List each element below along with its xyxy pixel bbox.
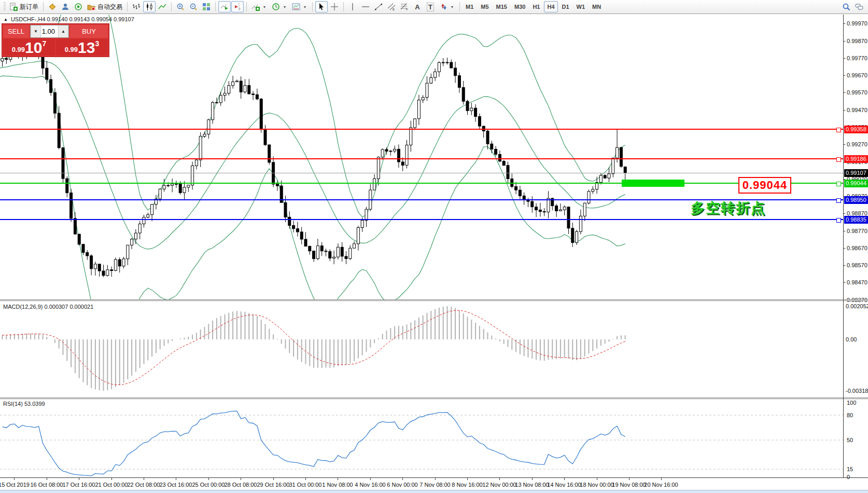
status-strip	[0, 490, 868, 493]
buy-price-prefix: 0.99	[65, 46, 78, 53]
separator	[171, 2, 172, 11]
profile-icon	[61, 3, 69, 11]
arrows-icon	[439, 3, 447, 11]
auto-trading-icon	[87, 3, 95, 11]
toolbar-grip	[4, 2, 6, 11]
accounts-button[interactable]	[59, 1, 72, 12]
separator	[343, 2, 344, 11]
time-axis-label: 4 Nov 16:00	[355, 482, 385, 488]
cursor-button[interactable]	[315, 1, 328, 12]
fibonacci-button[interactable]: F	[398, 1, 411, 12]
buy-price-big: 13	[78, 40, 95, 55]
auto-scroll-button[interactable]	[218, 1, 231, 12]
note-annotation-text[interactable]: 多空转折点	[691, 199, 766, 217]
volume-decrease-button[interactable]: ▼	[31, 25, 41, 37]
timeframe-h1-button[interactable]: H1	[529, 1, 543, 12]
horizontal-line-button[interactable]	[359, 1, 372, 12]
zoom-out-icon	[189, 3, 198, 11]
time-axis-label: 31 Oct 00:00	[289, 482, 322, 488]
signal-icon	[74, 3, 82, 11]
current-price-line	[0, 173, 843, 173]
line-end-handle	[836, 218, 841, 223]
timeframe-w1-button[interactable]: W1	[573, 1, 589, 12]
macd-scale-label: -0.003187	[846, 388, 868, 394]
collapse-panel-icon[interactable]: ▲	[4, 17, 8, 22]
crosshair-button[interactable]	[328, 1, 341, 12]
vertical-line-button[interactable]	[346, 1, 359, 12]
sell-price-prefix: 0.99	[12, 46, 25, 53]
horizontal-line-object[interactable]	[0, 219, 843, 220]
pane-divider[interactable]	[0, 299, 868, 301]
macd-pane-canvas[interactable]	[0, 301, 843, 399]
auto-scroll-icon	[220, 3, 229, 11]
volume-stepper: ▼ 1.00 ▲	[30, 25, 69, 38]
volume-increase-button[interactable]: ▲	[58, 25, 68, 37]
buy-button[interactable]: BUY	[70, 25, 108, 38]
timeframe-m15-button[interactable]: M15	[493, 1, 510, 12]
indicators-button[interactable]	[249, 1, 269, 12]
timeframe-m5-button[interactable]: M5	[478, 1, 492, 12]
zoom-out-button[interactable]	[187, 1, 200, 12]
line-end-handle	[836, 157, 841, 162]
signals-button[interactable]	[72, 1, 85, 12]
templates-button[interactable]	[290, 1, 310, 12]
support-zone-rect[interactable]	[622, 180, 684, 187]
search-button[interactable]	[840, 1, 852, 12]
horizontal-line-object[interactable]	[0, 129, 843, 130]
timeframe-d1-button[interactable]: D1	[559, 1, 572, 12]
sell-price[interactable]: 0.99 10 7	[3, 39, 55, 56]
buy-price[interactable]: 0.99 13 3	[56, 39, 108, 56]
arrows-button[interactable]	[437, 1, 457, 12]
horizontal-line-object[interactable]	[0, 158, 843, 159]
template-icon	[292, 3, 300, 11]
time-axis-label: 8 Nov 16:00	[452, 482, 482, 488]
timeframe-mn-button[interactable]: MN	[589, 1, 604, 12]
time-axis-label: 16 Oct 08:00	[31, 482, 63, 488]
price-axis-label: 0.99970	[847, 20, 867, 26]
buy-price-pip: 3	[95, 39, 99, 48]
horizontal-line-object[interactable]	[0, 183, 843, 184]
market-watch-button[interactable]	[46, 1, 59, 12]
price-axis-label: 0.99570	[847, 89, 867, 95]
channel-button[interactable]: E	[385, 1, 398, 12]
separator	[215, 2, 216, 11]
label-tool-button[interactable]: T	[424, 1, 437, 12]
trendline-button[interactable]	[372, 1, 385, 12]
text-tool-button[interactable]: A	[411, 1, 424, 12]
time-axis-label: 14 Nov 16:00	[547, 482, 581, 488]
timeframe-h4-button[interactable]: H4	[544, 1, 557, 12]
periods-button[interactable]	[270, 1, 289, 12]
line-end-handle	[836, 128, 841, 132]
pane-divider[interactable]	[0, 398, 868, 399]
new-order-icon	[9, 3, 18, 11]
macd-indicator-label: MACD(12,26,9) 0.000307 0.000021	[3, 304, 93, 310]
rsi-scale-label: 50	[847, 437, 853, 443]
line-chart-button[interactable]	[156, 1, 169, 12]
auto-trading-button[interactable]: 自动交易	[85, 1, 124, 12]
time-axis-label: 7 Nov 08:00	[419, 482, 450, 488]
one-click-trading-panel: SELL ▼ 1.00 ▲ BUY 0.99 10 7 0.99 13 3	[2, 24, 109, 57]
sell-price-big: 10	[25, 40, 42, 55]
indicators-caret-icon	[262, 5, 267, 9]
timeframe-m1-button[interactable]: M1	[463, 1, 477, 12]
chart-shift-button[interactable]	[231, 1, 244, 12]
price-chart-canvas[interactable]	[0, 15, 843, 300]
tile-windows-button[interactable]	[200, 1, 213, 12]
rsi-pane-canvas[interactable]	[0, 400, 843, 477]
bar-chart-button[interactable]	[130, 1, 143, 12]
price-axis-label: 0.98770	[847, 228, 867, 234]
price-axis-label: 0.98670	[847, 245, 867, 251]
sell-button[interactable]: SELL	[3, 25, 29, 38]
chat-button[interactable]	[853, 1, 865, 12]
templates-caret-icon	[302, 5, 307, 9]
time-axis-label: 21 Oct 00:00	[95, 482, 128, 488]
volume-input[interactable]: 1.00	[41, 25, 58, 37]
price-annotation-box[interactable]: 0.99044	[738, 177, 791, 194]
separator	[312, 2, 313, 11]
line-chart-icon	[158, 3, 166, 11]
candlestick-button[interactable]	[143, 1, 156, 12]
zoom-in-button[interactable]	[174, 1, 187, 12]
new-order-button[interactable]: 新订单	[7, 1, 40, 12]
clock-icon	[272, 3, 280, 11]
timeframe-m30-button[interactable]: M30	[511, 1, 528, 12]
